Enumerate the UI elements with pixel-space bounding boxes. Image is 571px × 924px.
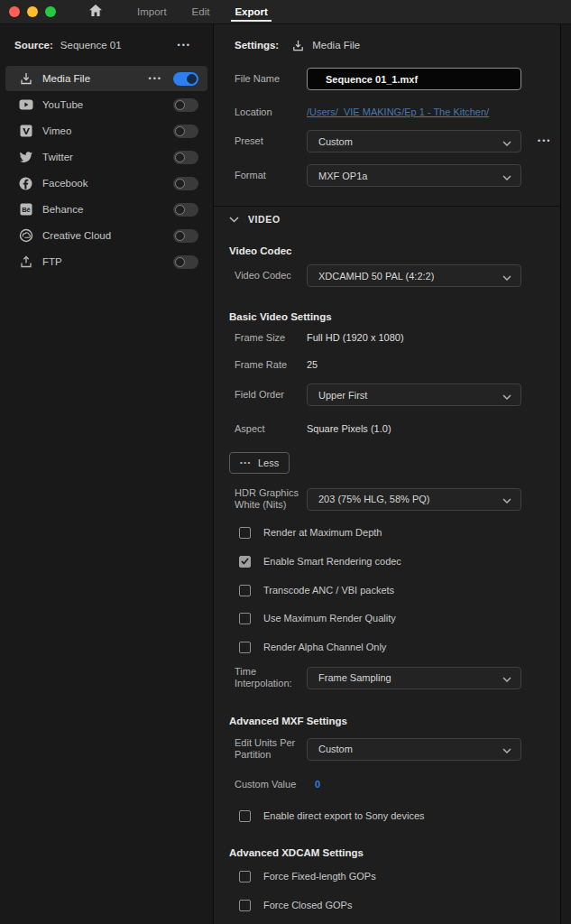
destination-label: Vimeo	[42, 125, 173, 136]
render-max-depth-checkbox[interactable]	[239, 527, 251, 539]
settings-header: Settings: Media File	[214, 35, 560, 55]
destination-toggle[interactable]	[173, 255, 198, 269]
aspect-label: Aspect	[235, 423, 307, 435]
destination-label: Media File	[42, 73, 149, 84]
destination-overflow-button[interactable]: •••	[149, 75, 162, 83]
time-interpolation-value: Frame Sampling	[318, 672, 502, 683]
destination-vimeo[interactable]: Vimeo	[5, 118, 207, 143]
checkbox-label: Enable Smart Rendering codec	[263, 556, 401, 567]
source-overflow-button[interactable]: •••	[178, 42, 191, 50]
edit-units-row: Edit Units Per Partition Custom	[214, 737, 560, 761]
edit-units-dropdown[interactable]: Custom	[307, 738, 521, 761]
field-order-row: Field Order Upper First	[214, 383, 560, 406]
source-value: Sequence 01	[60, 40, 178, 51]
field-order-label: Field Order	[235, 389, 307, 401]
aspect-row: Aspect Square Pixels (1.0)	[214, 421, 560, 436]
destination-behance[interactable]: Bē Behance	[5, 197, 207, 222]
max-render-quality-checkbox[interactable]	[239, 613, 251, 624]
file-name-input[interactable]: Sequence 01_1.mxf	[307, 68, 521, 90]
video-codec-heading: Video Codec	[214, 245, 560, 257]
download-icon	[18, 71, 33, 87]
closed-gops-checkbox[interactable]	[239, 900, 251, 911]
time-interpolation-dropdown[interactable]: Frame Sampling	[307, 667, 521, 689]
creative-cloud-icon	[18, 228, 33, 244]
fixed-length-gops-checkbox[interactable]	[239, 871, 251, 882]
home-button[interactable]	[88, 4, 103, 21]
upload-icon	[18, 254, 33, 270]
advanced-mxf-heading: Advanced MXF Settings	[214, 715, 560, 727]
preset-row: Preset Custom •••	[214, 130, 560, 152]
custom-value-field[interactable]: 0	[315, 779, 320, 790]
close-window-button[interactable]	[9, 6, 20, 17]
destination-label: Creative Cloud	[42, 230, 173, 241]
home-icon	[88, 4, 103, 21]
transcode-anc-checkbox[interactable]	[239, 585, 251, 596]
smart-rendering-checkbox[interactable]	[239, 556, 251, 568]
field-order-dropdown[interactable]: Upper First	[307, 383, 521, 406]
checkbox-label: Force Closed GOPs	[263, 900, 352, 910]
preset-dropdown[interactable]: Custom	[307, 130, 521, 152]
source-label: Source:	[14, 40, 53, 51]
max-render-quality-row: Use Maximum Render Quality	[214, 612, 560, 624]
checkbox-label: Force Fixed-length GOPs	[263, 871, 376, 882]
video-section-header[interactable]: VIDEO	[214, 213, 560, 226]
destination-label: FTP	[42, 256, 173, 267]
title-bar: Import Edit Export	[0, 0, 571, 24]
chevron-down-icon	[502, 670, 511, 686]
scrollbar-track[interactable]	[560, 24, 571, 924]
advanced-xdcam-heading: Advanced XDCAM Settings	[214, 846, 560, 859]
tab-edit[interactable]: Edit	[180, 0, 223, 23]
destination-toggle[interactable]	[173, 72, 198, 86]
destination-label: YouTube	[42, 99, 173, 110]
video-codec-dropdown[interactable]: XDCAMHD 50 PAL (4:2:2)	[307, 264, 521, 287]
frame-rate-label: Frame Rate	[235, 359, 307, 371]
destination-toggle[interactable]	[173, 229, 198, 243]
destination-twitter[interactable]: Twitter	[5, 144, 207, 170]
video-codec-value: XDCAMHD 50 PAL (4:2:2)	[318, 271, 502, 282]
hdr-white-row: HDR Graphics White (Nits) 203 (75% HLG, …	[214, 487, 560, 511]
sony-export-checkbox[interactable]	[239, 810, 251, 822]
location-row: Location /Users/_VIE MAKING/Ep 1 - The K…	[214, 102, 560, 122]
render-alpha-row: Render Alpha Channel Only	[214, 641, 560, 653]
export-settings-panel: Settings: Media File File Name Sequence …	[214, 24, 560, 924]
chevron-down-icon	[502, 134, 511, 150]
vimeo-icon	[18, 124, 33, 139]
custom-value-label: Custom Value	[235, 779, 307, 790]
video-codec-label: Video Codec	[235, 270, 307, 282]
hdr-white-dropdown[interactable]: 203 (75% HLG, 58% PQ)	[307, 488, 521, 511]
maximize-window-button[interactable]	[45, 6, 56, 17]
chevron-down-icon	[502, 741, 511, 757]
destination-youtube[interactable]: YouTube	[5, 92, 207, 117]
frame-size-value: Full HD (1920 x 1080)	[307, 332, 404, 343]
chevron-down-icon	[502, 168, 511, 184]
transcode-anc-row: Transcode ANC / VBI packets	[214, 584, 560, 596]
destination-toggle[interactable]	[173, 203, 198, 217]
destination-toggle[interactable]	[173, 151, 198, 164]
tab-export[interactable]: Export	[222, 0, 280, 23]
twitter-icon	[18, 150, 33, 165]
time-interpolation-label: Time Interpolation:	[235, 666, 307, 689]
chevron-down-icon	[502, 491, 511, 507]
frame-rate-row: Frame Rate 25	[214, 357, 560, 372]
mode-tabs: Import Edit Export	[124, 0, 281, 23]
format-dropdown[interactable]: MXF OP1a	[307, 164, 521, 187]
destination-ftp[interactable]: FTP	[5, 249, 207, 274]
preset-overflow-button[interactable]: •••	[538, 137, 551, 145]
preset-label: Preset	[235, 135, 307, 147]
file-name-label: File Name	[235, 73, 307, 85]
location-link[interactable]: /Users/_VIE MAKING/Ep 1 - The Kitchen/	[307, 106, 489, 117]
destination-toggle[interactable]	[173, 98, 198, 112]
minimize-window-button[interactable]	[27, 6, 38, 17]
render-alpha-checkbox[interactable]	[239, 642, 251, 653]
less-button[interactable]: ••• Less	[229, 452, 290, 474]
edit-units-label: Edit Units Per Partition	[235, 737, 307, 761]
tab-import[interactable]: Import	[124, 0, 180, 23]
destination-media-file[interactable]: Media File •••	[5, 66, 207, 91]
destination-facebook[interactable]: Facebook	[5, 171, 207, 196]
sony-export-row: Enable direct export to Sony devices	[214, 809, 560, 822]
destination-creative-cloud[interactable]: Creative Cloud	[5, 223, 207, 248]
window-controls	[9, 6, 56, 17]
format-value: MXF OP1a	[318, 171, 502, 181]
destination-toggle[interactable]	[173, 125, 198, 138]
destination-toggle[interactable]	[173, 177, 198, 190]
